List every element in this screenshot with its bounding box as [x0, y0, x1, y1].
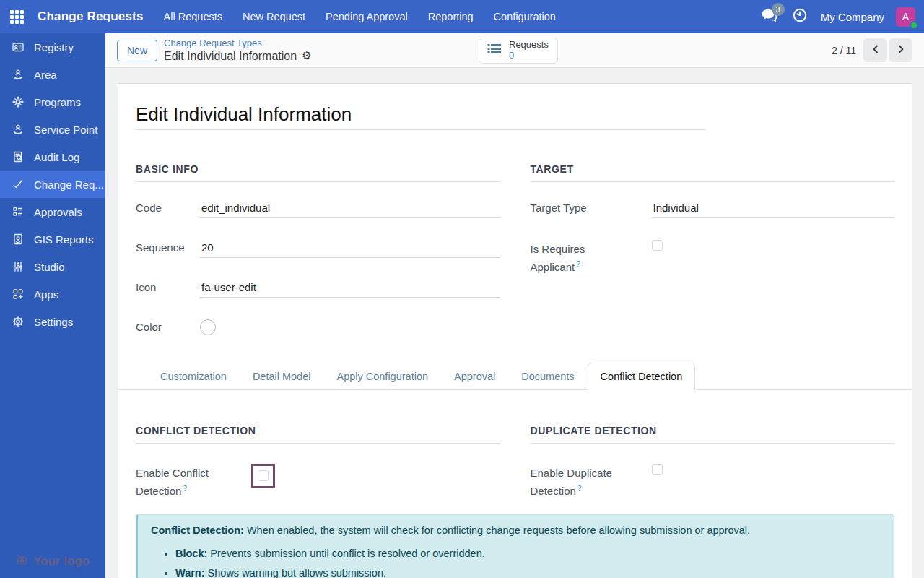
alert-bullet-block: Block: Prevents submission until conflic…	[175, 546, 881, 561]
conflict-detection-heading: CONFLICT DETECTION	[136, 425, 500, 444]
messages-button[interactable]: 3	[757, 4, 782, 29]
tab-apply-configuration[interactable]: Apply Configuration	[323, 363, 441, 390]
field-row-sequence: Sequence 20	[136, 240, 500, 262]
pager-next-button[interactable]	[889, 38, 912, 62]
sidebar-item-label: Registry	[34, 41, 74, 53]
help-question-icon[interactable]: ?	[183, 484, 187, 492]
menu-pending-approval[interactable]: Pending Approval	[315, 0, 418, 33]
sidebar: Registry Area Programs Service Point Aud…	[0, 33, 105, 578]
document-pin-icon	[11, 232, 25, 246]
topbar-right: 3 My Company A	[757, 4, 924, 29]
sidebar-item-settings[interactable]: Settings	[0, 308, 105, 335]
sliders-icon	[11, 259, 25, 274]
alert-lead: Conflict Detection: When enabled, the sy…	[151, 525, 881, 536]
sidebar-item-gis-reports[interactable]: GIS Reports	[0, 225, 105, 253]
field-row-is-requires-applicant: Is Requires Applicant?	[531, 240, 895, 275]
tab-conflict-detection[interactable]: Conflict Detection	[588, 363, 696, 390]
enable-conflict-checkbox[interactable]	[258, 470, 269, 481]
menu-configuration[interactable]: Configuration	[484, 0, 566, 33]
sidebar-item-label: Settings	[34, 316, 73, 328]
sidebar-item-approvals[interactable]: Approvals	[0, 198, 105, 225]
control-panel: New Change Request Types Edit Individual…	[105, 33, 924, 68]
code-label: Code	[136, 200, 200, 214]
tab-customization[interactable]: Customization	[147, 363, 240, 390]
form-view-area: Edit Individual Information BASIC INFO C…	[105, 69, 924, 578]
field-row-target-type: Target Type Individual	[531, 200, 895, 222]
menu-new-request[interactable]: New Request	[232, 0, 315, 33]
alert-bullet-list: Block: Prevents submission until conflic…	[175, 546, 881, 578]
sidebar-item-label: Approvals	[34, 206, 82, 218]
sidebar-item-label: Area	[34, 69, 57, 81]
sequence-input[interactable]: 20	[200, 240, 500, 258]
sidebar-item-apps[interactable]: Apps	[0, 280, 105, 308]
sidebar-item-studio[interactable]: Studio	[0, 253, 105, 280]
alert-bullet-warn: Warn: Shows warning but allows submissio…	[175, 566, 881, 578]
pager-previous-button[interactable]	[863, 38, 887, 62]
color-label: Color	[136, 319, 200, 333]
breadcrumb: Change Request Types Edit Individual Inf…	[164, 38, 312, 63]
hand-person-icon	[11, 122, 25, 137]
conflict-detection-column: CONFLICT DETECTION Enable Conflict Detec…	[136, 425, 500, 499]
record-name-input[interactable]: Edit Individual Information	[136, 103, 706, 126]
avatar-initial: A	[902, 11, 909, 22]
sidebar-item-label: Studio	[34, 261, 65, 273]
tab-detail-model[interactable]: Detail Model	[240, 363, 324, 390]
is-requires-applicant-label: Is Requires Applicant?	[531, 240, 652, 275]
sidebar-item-audit-log[interactable]: Audit Log	[0, 143, 105, 171]
sidebar-item-label: Programs	[34, 96, 81, 108]
conflict-detection-pane: CONFLICT DETECTION Enable Conflict Detec…	[136, 425, 894, 578]
action-gear-icon[interactable]: ⚙	[302, 49, 311, 62]
color-picker-swatch[interactable]	[200, 319, 216, 335]
app-title: Change Requests	[38, 9, 144, 24]
sidebar-item-service-point[interactable]: Service Point	[0, 116, 105, 143]
new-button[interactable]: New	[117, 40, 157, 61]
camera-icon	[16, 553, 28, 569]
code-input[interactable]: edit_individual	[200, 200, 500, 218]
sidebar-item-change-requests[interactable]: Change Req...	[0, 171, 105, 198]
target-type-input[interactable]: Individual	[652, 200, 895, 218]
apps-menu-button[interactable]	[0, 0, 33, 33]
logo-text: Your logo	[33, 554, 90, 569]
is-requires-applicant-checkbox[interactable]	[652, 240, 663, 251]
user-avatar[interactable]: A	[896, 7, 915, 27]
sidebar-item-label: Audit Log	[34, 151, 79, 163]
enable-conflict-checkbox-focus-ring	[251, 464, 275, 488]
breadcrumb-current: Edit Individual Information ⚙	[164, 49, 312, 63]
company-switcher[interactable]: My Company	[821, 11, 884, 23]
field-row-color: Color	[136, 319, 500, 341]
menu-all-requests[interactable]: All Requests	[154, 0, 232, 33]
field-row-enable-conflict: Enable Conflict Detection?	[136, 464, 500, 499]
program-flower-icon	[11, 95, 25, 109]
field-row-code: Code edit_individual	[136, 200, 500, 222]
menu-reporting[interactable]: Reporting	[418, 0, 484, 33]
enable-duplicate-checkbox[interactable]	[652, 464, 663, 475]
enable-duplicate-label: Enable Duplicate Detection?	[531, 464, 652, 499]
target-type-label: Target Type	[531, 200, 652, 214]
duplicate-detection-column: DUPLICATE DETECTION Enable Duplicate Det…	[531, 425, 895, 499]
breadcrumb-parent-link[interactable]: Change Request Types	[164, 38, 312, 49]
activities-button[interactable]	[788, 4, 812, 29]
pager: 2 / 11	[832, 38, 912, 62]
check-pen-icon	[11, 177, 25, 191]
requests-count: 0	[509, 51, 549, 61]
basic-info-column: BASIC INFO Code edit_individual Sequence…	[136, 163, 500, 341]
document-search-icon	[11, 150, 25, 164]
sidebar-item-programs[interactable]: Programs	[0, 88, 105, 116]
sidebar-item-label: Apps	[34, 288, 58, 301]
tab-approval[interactable]: Approval	[441, 363, 508, 390]
sidebar-item-registry[interactable]: Registry	[0, 33, 105, 61]
help-question-icon[interactable]: ?	[576, 260, 580, 268]
help-question-icon[interactable]: ?	[578, 484, 582, 492]
chevron-right-icon	[896, 44, 906, 56]
sequence-label: Sequence	[136, 240, 200, 254]
tab-documents[interactable]: Documents	[508, 363, 587, 390]
target-heading: TARGET	[531, 163, 895, 182]
online-status-dot	[910, 21, 918, 30]
sidebar-item-area[interactable]: Area	[0, 61, 105, 88]
sidebar-item-label: GIS Reports	[34, 233, 94, 246]
field-row-enable-duplicate: Enable Duplicate Detection?	[531, 464, 895, 499]
requests-stat-button[interactable]: Requests 0	[479, 38, 558, 64]
clock-icon	[792, 7, 808, 26]
sidebar-item-label: Change Req...	[34, 178, 104, 191]
icon-input[interactable]: fa-user-edit	[200, 280, 500, 298]
